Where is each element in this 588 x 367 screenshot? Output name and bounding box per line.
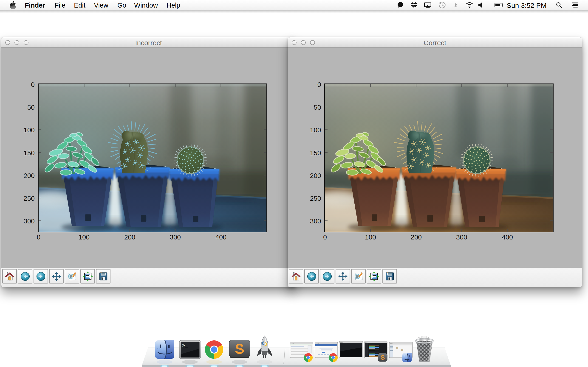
svg-text:>_: >_ bbox=[182, 343, 188, 348]
svg-text:S: S bbox=[235, 341, 244, 357]
svg-text:S: S bbox=[380, 354, 385, 361]
